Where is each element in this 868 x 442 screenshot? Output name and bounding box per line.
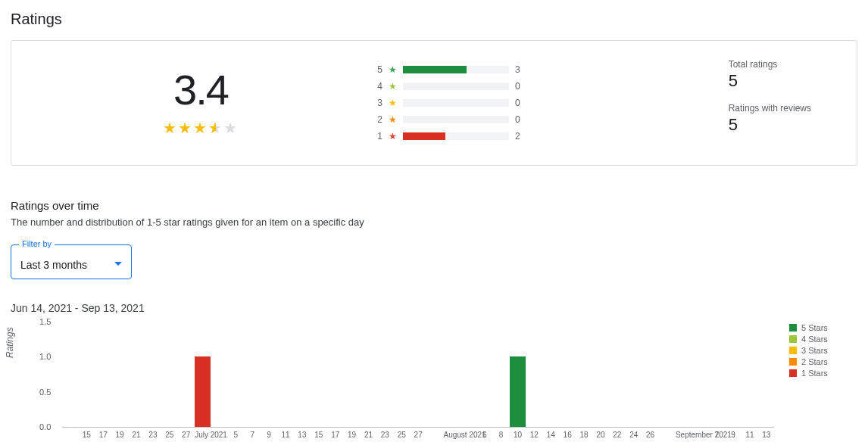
chart-bar — [510, 356, 526, 427]
chart-x-tick: 22 — [609, 431, 625, 439]
chart-x-tick: 21 — [361, 431, 376, 439]
filter-by-dropdown[interactable]: Filter by Last 3 months — [11, 244, 132, 279]
chart-x-tick: 18 — [576, 431, 592, 439]
chart-x-tick: 19 — [344, 431, 360, 439]
legend-label: 3 Stars — [801, 346, 828, 355]
chart-legend: 5 Stars4 Stars3 Stars2 Stars1 Stars — [789, 322, 857, 439]
chart-x-tick: 26 — [642, 431, 658, 439]
chart-x-tick: July 2021 — [195, 431, 211, 439]
chart-x-tick: 24 — [626, 431, 642, 439]
average-rating-stars: ★★★★★ — [27, 119, 375, 137]
legend-entry: 5 Stars — [789, 323, 857, 332]
chart-plot-area: 0.00.51.01.5 — [62, 322, 774, 428]
legend-swatch — [789, 358, 797, 366]
dist-count: 0 — [515, 81, 524, 92]
ratings-distribution: 5★34★03★02★01★2 — [375, 61, 549, 145]
legend-entry: 2 Stars — [789, 357, 857, 366]
legend-label: 1 Stars — [801, 369, 828, 378]
chart-x-tick: 8 — [493, 431, 509, 439]
star-icon: ★ — [389, 114, 397, 125]
dist-star-number: 3 — [375, 98, 382, 108]
dist-star-number: 1 — [375, 131, 382, 142]
chart-y-tick: 0.5 — [39, 388, 51, 397]
legend-swatch — [789, 369, 797, 377]
chart-x-tick: 19 — [112, 431, 128, 439]
chart-x-tick: 5 — [228, 431, 244, 439]
legend-label: 2 Stars — [801, 357, 828, 366]
chart-y-tick: 1.0 — [39, 352, 51, 361]
chart-x-tick: 15 — [79, 431, 95, 439]
average-rating-block: 3.4 ★★★★★ — [27, 69, 375, 137]
ratings-over-time-desc: The number and distribution of 1-5 star … — [11, 216, 857, 228]
chart-x-tick: 25 — [161, 431, 177, 439]
chart-x-tick: 11 — [278, 431, 294, 439]
chart-x-tick: 27 — [178, 431, 194, 439]
chart-y-tick: 0.0 — [39, 422, 51, 431]
total-ratings-value: 5 — [729, 71, 811, 91]
dist-star-number: 5 — [375, 64, 382, 75]
dist-count: 3 — [515, 64, 524, 75]
legend-entry: 1 Stars — [789, 369, 857, 378]
distribution-row: 3★0 — [375, 95, 549, 111]
chart-x-tick: 25 — [394, 431, 410, 439]
chart-x-tick: 23 — [145, 431, 161, 439]
chart-date-range: Jun 14, 2021 - Sep 13, 2021 — [11, 302, 857, 314]
star-empty-icon: ★ — [223, 120, 239, 136]
dist-bar-track — [403, 132, 509, 140]
chart-x-tick: 23 — [377, 431, 393, 439]
total-ratings-label: Total ratings — [729, 59, 811, 70]
chart-x-axis: 15171921232527July 202157911131517192123… — [62, 428, 774, 439]
legend-swatch — [789, 347, 797, 354]
chart-x-tick: September 2021 — [676, 431, 692, 439]
distribution-row: 1★2 — [375, 128, 549, 145]
page-title: Ratings — [11, 11, 857, 28]
chart-x-tick: 17 — [327, 431, 343, 439]
chart-x-tick: August 2021 — [443, 431, 459, 439]
dist-bar-fill — [403, 66, 467, 73]
ratings-totals: Total ratings 5 Ratings with reviews 5 — [729, 59, 841, 147]
star-icon: ★ — [389, 64, 397, 75]
ratings-over-time-chart: Ratings 0.00.51.01.5 15171921232527July … — [11, 322, 857, 439]
chart-x-tick: 11 — [742, 431, 758, 439]
chart-x-tick: 14 — [543, 431, 559, 439]
chart-x-tick: 7 — [245, 431, 261, 439]
chart-y-tick: 1.5 — [39, 317, 51, 326]
chart-x-tick: 9 — [726, 431, 742, 439]
dist-count: 2 — [515, 131, 524, 142]
distribution-row: 4★0 — [375, 78, 549, 95]
star-icon: ★ — [178, 120, 193, 136]
star-icon: ★ — [389, 81, 397, 92]
chart-x-tick — [427, 431, 443, 439]
chart-x-tick: 12 — [526, 431, 542, 439]
average-rating-value: 3.4 — [27, 69, 375, 111]
chart-x-tick: 16 — [560, 431, 576, 439]
ratings-summary-card: 3.4 ★★★★★ 5★34★03★02★01★2 Total ratings … — [11, 40, 857, 166]
dist-bar-track — [403, 99, 509, 107]
dist-bar-track — [403, 116, 509, 123]
dist-count: 0 — [515, 98, 524, 108]
ratings-with-reviews-label: Ratings with reviews — [729, 103, 811, 114]
star-icon: ★ — [193, 120, 208, 136]
legend-entry: 4 Stars — [789, 335, 857, 344]
legend-swatch — [789, 324, 797, 332]
dist-count: 0 — [515, 114, 524, 125]
chart-x-tick — [692, 431, 708, 439]
chart-x-tick — [659, 431, 675, 439]
dist-bar-fill — [403, 132, 445, 140]
legend-swatch — [789, 335, 797, 343]
star-icon: ★ — [389, 98, 397, 108]
chart-x-tick: 27 — [411, 431, 426, 439]
star-half-icon: ★ — [208, 119, 223, 137]
dist-bar-track — [403, 82, 509, 90]
distribution-row: 5★3 — [375, 61, 549, 78]
chart-x-tick: 21 — [129, 431, 145, 439]
chart-x-tick: 17 — [95, 431, 111, 439]
chart-x-tick — [211, 431, 227, 439]
chevron-down-icon — [114, 262, 122, 266]
chart-x-tick: 7 — [709, 431, 725, 439]
filter-by-value: Last 3 months — [20, 259, 87, 271]
dist-star-number: 2 — [375, 114, 382, 125]
chart-x-tick: 10 — [510, 431, 526, 439]
chart-x-tick: 9 — [261, 431, 277, 439]
chart-x-tick: 15 — [311, 431, 326, 439]
